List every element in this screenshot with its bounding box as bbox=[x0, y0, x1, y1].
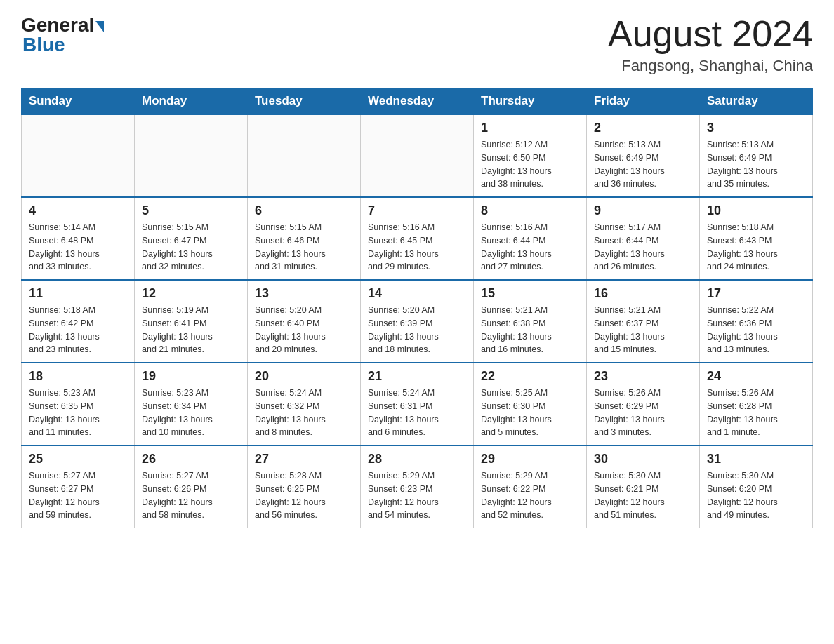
logo: General Blue bbox=[21, 14, 104, 56]
day-info: Sunrise: 5:26 AMSunset: 6:28 PMDaylight:… bbox=[707, 387, 805, 439]
day-number: 24 bbox=[707, 369, 805, 384]
col-friday: Friday bbox=[587, 88, 700, 115]
day-number: 12 bbox=[142, 286, 240, 301]
calendar-cell: 5Sunrise: 5:15 AMSunset: 6:47 PMDaylight… bbox=[135, 197, 248, 280]
day-number: 13 bbox=[255, 286, 353, 301]
day-info: Sunrise: 5:29 AMSunset: 6:23 PMDaylight:… bbox=[368, 469, 466, 522]
calendar-cell: 17Sunrise: 5:22 AMSunset: 6:36 PMDayligh… bbox=[700, 280, 813, 363]
day-number: 21 bbox=[368, 369, 466, 384]
calendar-cell: 2Sunrise: 5:13 AMSunset: 6:49 PMDaylight… bbox=[587, 114, 700, 197]
week-row-2: 4Sunrise: 5:14 AMSunset: 6:48 PMDaylight… bbox=[22, 197, 813, 280]
calendar-table: Sunday Monday Tuesday Wednesday Thursday… bbox=[21, 88, 813, 528]
day-info: Sunrise: 5:27 AMSunset: 6:27 PMDaylight:… bbox=[29, 469, 127, 522]
location-subtitle: Fangsong, Shanghai, China bbox=[608, 57, 813, 75]
day-number: 22 bbox=[481, 369, 579, 384]
logo-arrow-icon bbox=[95, 21, 104, 32]
calendar-cell bbox=[135, 114, 248, 197]
page-header: General Blue August 2024 Fangsong, Shang… bbox=[21, 14, 813, 75]
day-info: Sunrise: 5:24 AMSunset: 6:31 PMDaylight:… bbox=[368, 387, 466, 439]
calendar-cell: 7Sunrise: 5:16 AMSunset: 6:45 PMDaylight… bbox=[361, 197, 474, 280]
day-number: 30 bbox=[594, 452, 692, 467]
day-number: 17 bbox=[707, 286, 805, 301]
calendar-cell bbox=[22, 114, 135, 197]
calendar-cell: 19Sunrise: 5:23 AMSunset: 6:34 PMDayligh… bbox=[135, 363, 248, 445]
col-wednesday: Wednesday bbox=[361, 88, 474, 115]
day-number: 14 bbox=[368, 286, 466, 301]
col-sunday: Sunday bbox=[22, 88, 135, 115]
day-number: 8 bbox=[481, 203, 579, 218]
day-number: 29 bbox=[481, 452, 579, 467]
week-row-3: 11Sunrise: 5:18 AMSunset: 6:42 PMDayligh… bbox=[22, 280, 813, 363]
day-info: Sunrise: 5:23 AMSunset: 6:35 PMDaylight:… bbox=[29, 387, 127, 439]
month-title: August 2024 bbox=[608, 14, 813, 54]
day-number: 15 bbox=[481, 286, 579, 301]
calendar-cell: 11Sunrise: 5:18 AMSunset: 6:42 PMDayligh… bbox=[22, 280, 135, 363]
day-number: 23 bbox=[594, 369, 692, 384]
day-info: Sunrise: 5:22 AMSunset: 6:36 PMDaylight:… bbox=[707, 304, 805, 356]
calendar-cell bbox=[361, 114, 474, 197]
day-number: 4 bbox=[29, 203, 127, 218]
day-number: 1 bbox=[481, 121, 579, 135]
calendar-cell: 31Sunrise: 5:30 AMSunset: 6:20 PMDayligh… bbox=[700, 445, 813, 528]
day-info: Sunrise: 5:16 AMSunset: 6:44 PMDaylight:… bbox=[481, 221, 579, 274]
day-info: Sunrise: 5:13 AMSunset: 6:49 PMDaylight:… bbox=[707, 138, 805, 191]
day-info: Sunrise: 5:26 AMSunset: 6:29 PMDaylight:… bbox=[594, 387, 692, 439]
day-info: Sunrise: 5:24 AMSunset: 6:32 PMDaylight:… bbox=[255, 387, 353, 439]
day-info: Sunrise: 5:29 AMSunset: 6:22 PMDaylight:… bbox=[481, 469, 579, 522]
calendar-header-row: Sunday Monday Tuesday Wednesday Thursday… bbox=[22, 88, 813, 115]
col-thursday: Thursday bbox=[474, 88, 587, 115]
col-tuesday: Tuesday bbox=[248, 88, 361, 115]
calendar-cell: 10Sunrise: 5:18 AMSunset: 6:43 PMDayligh… bbox=[700, 197, 813, 280]
calendar-cell: 3Sunrise: 5:13 AMSunset: 6:49 PMDaylight… bbox=[700, 114, 813, 197]
day-number: 16 bbox=[594, 286, 692, 301]
day-number: 10 bbox=[707, 203, 805, 218]
calendar-cell: 25Sunrise: 5:27 AMSunset: 6:27 PMDayligh… bbox=[22, 445, 135, 528]
calendar-cell: 15Sunrise: 5:21 AMSunset: 6:38 PMDayligh… bbox=[474, 280, 587, 363]
day-number: 19 bbox=[142, 369, 240, 384]
day-number: 2 bbox=[594, 121, 692, 135]
calendar-cell bbox=[248, 114, 361, 197]
day-number: 6 bbox=[255, 203, 353, 218]
calendar-cell: 12Sunrise: 5:19 AMSunset: 6:41 PMDayligh… bbox=[135, 280, 248, 363]
calendar-cell: 24Sunrise: 5:26 AMSunset: 6:28 PMDayligh… bbox=[700, 363, 813, 445]
calendar-cell: 22Sunrise: 5:25 AMSunset: 6:30 PMDayligh… bbox=[474, 363, 587, 445]
calendar-cell: 6Sunrise: 5:15 AMSunset: 6:46 PMDaylight… bbox=[248, 197, 361, 280]
week-row-5: 25Sunrise: 5:27 AMSunset: 6:27 PMDayligh… bbox=[22, 445, 813, 528]
title-area: August 2024 Fangsong, Shanghai, China bbox=[608, 14, 813, 75]
day-number: 9 bbox=[594, 203, 692, 218]
calendar-cell: 27Sunrise: 5:28 AMSunset: 6:25 PMDayligh… bbox=[248, 445, 361, 528]
day-number: 18 bbox=[29, 369, 127, 384]
calendar-cell: 20Sunrise: 5:24 AMSunset: 6:32 PMDayligh… bbox=[248, 363, 361, 445]
day-number: 7 bbox=[368, 203, 466, 218]
col-monday: Monday bbox=[135, 88, 248, 115]
day-info: Sunrise: 5:30 AMSunset: 6:20 PMDaylight:… bbox=[707, 469, 805, 522]
day-number: 3 bbox=[707, 121, 805, 135]
day-number: 28 bbox=[368, 452, 466, 467]
calendar-cell: 23Sunrise: 5:26 AMSunset: 6:29 PMDayligh… bbox=[587, 363, 700, 445]
day-info: Sunrise: 5:27 AMSunset: 6:26 PMDaylight:… bbox=[142, 469, 240, 522]
calendar-cell: 13Sunrise: 5:20 AMSunset: 6:40 PMDayligh… bbox=[248, 280, 361, 363]
col-saturday: Saturday bbox=[700, 88, 813, 115]
day-info: Sunrise: 5:20 AMSunset: 6:39 PMDaylight:… bbox=[368, 304, 466, 356]
logo-blue-text: Blue bbox=[22, 34, 65, 56]
day-info: Sunrise: 5:15 AMSunset: 6:46 PMDaylight:… bbox=[255, 221, 353, 274]
day-info: Sunrise: 5:18 AMSunset: 6:43 PMDaylight:… bbox=[707, 221, 805, 274]
week-row-1: 1Sunrise: 5:12 AMSunset: 6:50 PMDaylight… bbox=[22, 114, 813, 197]
day-info: Sunrise: 5:18 AMSunset: 6:42 PMDaylight:… bbox=[29, 304, 127, 356]
day-info: Sunrise: 5:16 AMSunset: 6:45 PMDaylight:… bbox=[368, 221, 466, 274]
calendar-cell: 29Sunrise: 5:29 AMSunset: 6:22 PMDayligh… bbox=[474, 445, 587, 528]
day-number: 27 bbox=[255, 452, 353, 467]
week-row-4: 18Sunrise: 5:23 AMSunset: 6:35 PMDayligh… bbox=[22, 363, 813, 445]
calendar-cell: 26Sunrise: 5:27 AMSunset: 6:26 PMDayligh… bbox=[135, 445, 248, 528]
day-number: 20 bbox=[255, 369, 353, 384]
day-info: Sunrise: 5:19 AMSunset: 6:41 PMDaylight:… bbox=[142, 304, 240, 356]
day-info: Sunrise: 5:21 AMSunset: 6:37 PMDaylight:… bbox=[594, 304, 692, 356]
day-info: Sunrise: 5:28 AMSunset: 6:25 PMDaylight:… bbox=[255, 469, 353, 522]
day-number: 11 bbox=[29, 286, 127, 301]
calendar-cell: 9Sunrise: 5:17 AMSunset: 6:44 PMDaylight… bbox=[587, 197, 700, 280]
day-number: 25 bbox=[29, 452, 127, 467]
calendar-cell: 21Sunrise: 5:24 AMSunset: 6:31 PMDayligh… bbox=[361, 363, 474, 445]
day-info: Sunrise: 5:12 AMSunset: 6:50 PMDaylight:… bbox=[481, 138, 579, 191]
calendar-cell: 16Sunrise: 5:21 AMSunset: 6:37 PMDayligh… bbox=[587, 280, 700, 363]
day-number: 5 bbox=[142, 203, 240, 218]
